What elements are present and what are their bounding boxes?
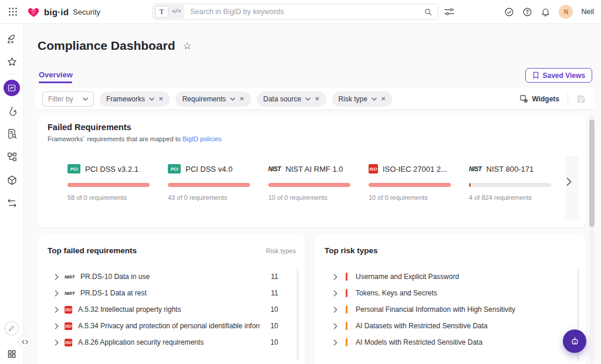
tab-overview[interactable]: Overview [39, 70, 73, 79]
framework-progress-track [469, 183, 551, 187]
toolbar-divider [568, 93, 568, 105]
filter-chip[interactable]: Frameworks ✕ [100, 91, 170, 107]
carousel-next-icon[interactable] [563, 176, 574, 187]
expand-chevron-icon[interactable] [333, 290, 337, 297]
search-mode-text-button[interactable]: T [155, 6, 168, 18]
framework-name: NIST 800-171 [487, 165, 534, 174]
edit-dashboard-icon[interactable] [5, 321, 19, 335]
risk-type-row[interactable]: Personal Financial Information with High… [315, 301, 575, 318]
filter-chip[interactable]: Data source ✕ [257, 91, 326, 107]
user-avatar[interactable]: N [559, 5, 573, 19]
expand-chevron-icon[interactable] [333, 323, 337, 329]
app-launcher-icon[interactable] [8, 7, 18, 16]
failed-requirement-row[interactable]: NIST PR.DS-10 Data in use 11 [38, 268, 295, 285]
framework-name: PCI DSS v4.0 [185, 165, 232, 174]
framework-card[interactable]: PCI PCI DSS v4.0 43 of 0 requirements [168, 163, 268, 201]
severity-indicator [346, 289, 347, 297]
framework-card[interactable]: ISO ISO-IEC 27001 2... 10 of 0 requireme… [369, 163, 469, 201]
risk-type-label: AI Datasets with Restricted Sensitive Da… [356, 322, 575, 330]
failed-requirement-row[interactable]: ISO A.8.26 Application security requirem… [38, 334, 295, 351]
risk-types-list: Username and Explicit Password Tokens, K… [315, 268, 575, 351]
assistant-fab[interactable] [563, 329, 586, 353]
notifications-bell-icon[interactable] [541, 7, 551, 17]
risk-type-row[interactable]: Tokens, Keys and Secrets [315, 285, 575, 301]
risk-type-count: 11 [265, 289, 278, 297]
sidebar-collapse-toggle[interactable] [18, 335, 31, 348]
framework-card[interactable]: PCI PCI DSS v3.2.1 58 of 0 requirements [67, 163, 168, 201]
expand-chevron-icon[interactable] [333, 307, 337, 313]
expand-chevron-icon[interactable] [55, 307, 59, 313]
bigid-logo-icon [27, 6, 40, 18]
search-icon[interactable] [424, 8, 433, 16]
risk-type-row[interactable]: AI Datasets with Restricted Sensitive Da… [315, 318, 575, 334]
brand-name: big·id [44, 7, 69, 17]
favorite-star-icon[interactable]: ☆ [183, 41, 192, 51]
filter-chip-label: Risk type [339, 95, 367, 103]
framework-name: PCI DSS v3.2.1 [85, 165, 139, 174]
sidebar-item-data-flows[interactable] [6, 151, 18, 162]
chevron-down-icon[interactable] [230, 97, 235, 101]
expand-chevron-icon[interactable] [55, 339, 59, 346]
filter-by-dropdown[interactable]: Filter by [42, 91, 94, 107]
severity-indicator [346, 273, 347, 281]
robot-icon [569, 336, 580, 347]
framework-card[interactable]: NIST NIST 800-171 4 of 824 requirements [469, 163, 569, 201]
risk-type-label: Personal Financial Information with High… [356, 305, 575, 314]
sidebar-item-inventory[interactable] [6, 175, 18, 186]
save-view-icon[interactable] [576, 94, 586, 104]
sidebar-item-favorites[interactable] [6, 56, 18, 67]
help-icon[interactable] [522, 7, 532, 17]
filter-chip[interactable]: Requirements ✕ [175, 91, 251, 107]
failed-requirement-row[interactable]: NIST PR.DS-1 Data at rest 11 [38, 285, 295, 301]
sidebar-item-risk[interactable] [6, 106, 18, 117]
sidebar-item-getting-started[interactable] [6, 33, 18, 45]
saved-views-label: Saved Views [543, 72, 586, 80]
chevron-down-icon[interactable] [149, 97, 154, 101]
global-search: T </> [152, 4, 438, 20]
chevron-down-icon[interactable] [305, 97, 310, 101]
expand-chevron-icon[interactable] [55, 274, 59, 280]
framework-requirements-count: 10 of 0 requirements [369, 194, 469, 201]
failed-requirement-row[interactable]: ISO A.5.34 Privacy and protection of per… [38, 318, 295, 334]
search-input[interactable] [185, 8, 424, 16]
expand-chevron-icon[interactable] [333, 339, 337, 346]
page-scrollbar-thumb[interactable] [589, 120, 595, 227]
bigid-policies-link[interactable]: BigID policies [183, 135, 222, 142]
failed-requirements-title: Failed Requirements [48, 123, 131, 132]
sidebar-item-reports[interactable] [6, 128, 18, 140]
failed-requirement-row[interactable]: ISO A.5.32 Intellectual property rights … [38, 301, 295, 318]
expand-chevron-icon[interactable] [55, 323, 59, 329]
top-failed-requirements-title: Top failed requirements [48, 246, 137, 255]
widgets-button[interactable]: Widgets [519, 94, 559, 103]
remove-filter-icon[interactable]: ✕ [381, 96, 386, 102]
remove-filter-icon[interactable]: ✕ [315, 96, 319, 102]
list-scrollbar[interactable] [296, 268, 299, 361]
filter-chip[interactable]: Risk type ✕ [332, 91, 393, 107]
sidebar-item-actions[interactable] [6, 198, 18, 209]
search-mode-query-button[interactable]: </> [170, 6, 183, 18]
filter-chips: Frameworks ✕ Requirements ✕ Data source [100, 91, 392, 107]
framework-progress-fill [469, 183, 471, 187]
risk-type-row[interactable]: Username and Explicit Password [315, 268, 575, 285]
framework-progress-track [168, 183, 250, 187]
page-header: Compliance Dashboard ☆ [38, 39, 192, 53]
remove-filter-icon[interactable]: ✕ [239, 96, 244, 102]
top-risk-types-title: Top risk types [325, 246, 378, 255]
risk-type-count: 10 [265, 322, 278, 330]
brand[interactable]: big·id Security [27, 0, 100, 23]
saved-views-button[interactable]: Saved Views [525, 68, 593, 83]
expand-chevron-icon[interactable] [333, 274, 337, 280]
remove-filter-icon[interactable]: ✕ [158, 96, 163, 102]
user-name: Neil [581, 8, 594, 16]
widgets-grid-icon[interactable] [7, 349, 16, 359]
risk-type-row[interactable]: AI Models with Restricted Sensitive Data [315, 334, 575, 351]
expand-chevron-icon[interactable] [55, 290, 59, 297]
framework-card[interactable]: NIST NIST AI RMF 1.0 10 of 0 requirement… [268, 163, 369, 201]
search-filters-icon[interactable] [444, 8, 454, 16]
tasks-icon[interactable] [504, 7, 514, 17]
top-failed-requirements-card: Top failed requirements Risk types NIST … [38, 234, 305, 364]
sidebar-item-dashboard-active[interactable] [4, 80, 20, 96]
page-scrollbar[interactable] [589, 115, 595, 364]
chevron-down-icon[interactable] [372, 97, 377, 101]
requirement-label: A.8.26 Application security requirements [78, 338, 259, 346]
